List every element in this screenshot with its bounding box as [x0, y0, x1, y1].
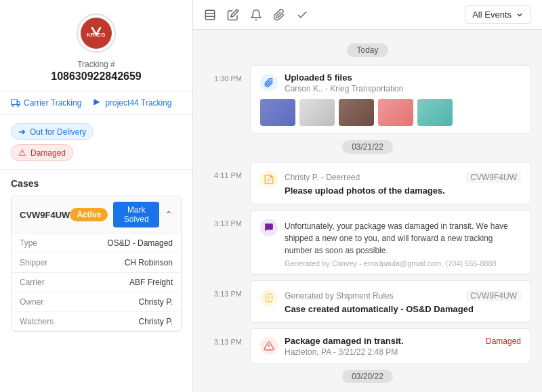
case-row-watchers: Watchers Christy P.	[12, 312, 181, 331]
mark-solved-button[interactable]: Mark Solved	[113, 202, 159, 227]
note1-content: Christy P. - Deerreed CVW9F4UW Please up…	[285, 169, 521, 197]
case-created-title: Case created automatically - OS&D Damage…	[285, 304, 521, 314]
toolbar: All Events	[193, 0, 542, 30]
feed-item-msg: 3:13 PM Unfortunately, your package was …	[204, 210, 531, 275]
delivery-badge: ➜ Out for Delivery	[11, 123, 93, 140]
feed-item-case-created: 3:13 PM Generated by Shipment Rules CVW9…	[204, 280, 531, 323]
flag-icon	[92, 98, 102, 108]
photo-thumb-1[interactable]	[260, 99, 295, 126]
time-313pm-3: 3:13 PM	[204, 328, 250, 364]
upload-content: Uploaded 5 files Carson K.. - Krieg Tran…	[285, 72, 521, 93]
case-actions: Active Mark Solved ⌃	[70, 202, 173, 227]
feed-card-case-created: Generated by Shipment Rules CVW9F4UW Cas…	[250, 280, 531, 323]
msg-content: Unfortunately, your package was damaged …	[285, 217, 521, 267]
svg-point-3	[12, 104, 14, 106]
damaged-content: Package damaged in transit. Damaged Hazl…	[285, 336, 521, 357]
tracking-number: 108630922842659	[51, 70, 141, 83]
event-feed: Today 1:30 PM Uploaded 5 files Carson K.…	[193, 30, 542, 392]
tracking-label: Tracking #	[77, 60, 115, 69]
case-header: CVW9F4UW Active Mark Solved ⌃	[12, 196, 181, 234]
status-badges: ➜ Out for Delivery ⚠ Damaged	[0, 115, 192, 170]
active-button[interactable]: Active	[70, 208, 108, 221]
damaged-sub: Hazleton, PA - 3/21/22 2:48 PM	[285, 347, 521, 357]
note1-icon	[260, 171, 278, 188]
case-row-type: Type OS&D - Damaged	[12, 234, 181, 253]
photo-row	[260, 99, 521, 126]
note1-header: Christy P. - Deerreed CVW9F4UW Please up…	[260, 169, 521, 197]
case-row-shipper: Shipper CH Robinson	[12, 253, 181, 273]
svg-rect-6	[205, 10, 215, 20]
case-created-meta: Generated by Shipment Rules CVW9F4UW	[285, 290, 521, 301]
case-created-header: Generated by Shipment Rules CVW9F4UW Cas…	[260, 288, 521, 315]
cases-section: Cases CVW9F4UW Active Mark Solved ⌃ Type…	[0, 170, 192, 340]
feed-item-upload: 1:30 PM Uploaded 5 files Carson K.. - Kr…	[204, 65, 531, 133]
photo-thumb-3[interactable]	[339, 99, 374, 126]
carrier-tracking-link[interactable]: Carrier Tracking	[11, 98, 81, 108]
delivery-icon: ➜	[18, 127, 26, 137]
feed-card-note1: Christy P. - Deerreed CVW9F4UW Please up…	[250, 162, 531, 204]
damaged-title: Package damaged in transit.	[285, 336, 404, 346]
svg-rect-2	[12, 100, 18, 105]
warning-icon: ⚠	[18, 148, 26, 158]
case-card: CVW9F4UW Active Mark Solved ⌃ Type OS&D …	[11, 196, 182, 332]
project44-tracking-link[interactable]: project44 Tracking	[92, 98, 171, 108]
note1-sub: Christy P. - Deerreed	[285, 173, 360, 182]
photo-thumb-2[interactable]	[299, 99, 335, 126]
right-panel: All Events Today 1:30 PM Uploaded 5 file…	[193, 0, 542, 392]
damaged-badge: ⚠ Damaged	[11, 144, 73, 161]
d2-separator: 03/20/22	[204, 370, 531, 383]
d2-pill: 03/20/22	[342, 370, 393, 383]
feed-card-msg: Unfortunately, your package was damaged …	[250, 210, 531, 275]
msg-header: Unfortunately, your package was damaged …	[260, 217, 521, 267]
chevron-down-icon	[516, 11, 524, 19]
msg-icon	[260, 219, 278, 236]
case-created-icon	[260, 289, 278, 307]
notes-icon[interactable]	[204, 9, 216, 21]
damaged-tag: Damaged	[486, 336, 521, 346]
feed-card-damaged: Package damaged in transit. Damaged Hazl…	[250, 328, 531, 364]
truck-icon	[11, 98, 20, 108]
msg-body: Unfortunately, your package was damaged …	[285, 220, 521, 257]
note1-title: Please upload photos of the damages.	[285, 186, 521, 196]
edit-icon[interactable]	[227, 9, 239, 21]
today-separator: Today	[204, 43, 531, 57]
filter-dropdown[interactable]: All Events	[465, 5, 531, 24]
upload-sub: Carson K.. - Krieg Transportation	[285, 84, 521, 93]
today-pill: Today	[347, 43, 388, 57]
case-row-owner: Owner Christy P.	[12, 292, 181, 312]
svg-rect-9	[267, 179, 271, 180]
attach-icon[interactable]	[273, 9, 285, 21]
alert-icon[interactable]	[250, 9, 262, 21]
note1-meta: Christy P. - Deerreed CVW9F4UW	[285, 172, 521, 183]
svg-rect-11	[266, 294, 272, 302]
case-row-carrier: Carrier ABF Freight	[12, 273, 181, 292]
upload-title: Uploaded 5 files	[285, 72, 521, 83]
case-id: CVW9F4UW	[20, 210, 70, 220]
svg-marker-5	[94, 99, 100, 105]
case-details: Type OS&D - Damaged Shipper CH Robinson …	[12, 234, 181, 331]
case-created-ref: CVW9F4UW	[466, 290, 521, 301]
filter-label: All Events	[472, 9, 512, 20]
d1-separator: 03/21/22	[204, 140, 531, 154]
chevron-up-icon[interactable]: ⌃	[165, 209, 173, 220]
tracking-links: Carrier Tracking project44 Tracking	[0, 91, 192, 115]
logo-icon: KRIEG	[81, 18, 112, 49]
damaged-row: Package damaged in transit. Damaged	[285, 336, 521, 346]
photo-thumb-5[interactable]	[417, 99, 453, 126]
msg-sender: Generated by Convey - emailpaula@gmail.c…	[285, 259, 521, 267]
toolbar-icons	[204, 9, 308, 21]
logo-area: KRIEG Tracking # 108630922842659	[0, 0, 192, 91]
check-icon[interactable]	[296, 9, 308, 21]
time-411pm: 4:11 PM	[204, 162, 250, 204]
photo-thumb-4[interactable]	[378, 99, 413, 126]
svg-rect-10	[267, 181, 270, 181]
left-panel: KRIEG Tracking # 108630922842659 Carrier…	[0, 0, 193, 392]
logo-circle: KRIEG	[77, 14, 116, 53]
krieg-logo-svg: KRIEG	[84, 21, 108, 45]
case-created-content: Generated by Shipment Rules CVW9F4UW Cas…	[285, 288, 521, 315]
time-130pm: 1:30 PM	[204, 65, 250, 133]
attach-feed-icon	[260, 74, 278, 91]
case-created-sub: Generated by Shipment Rules	[285, 291, 394, 301]
feed-card-upload: Uploaded 5 files Carson K.. - Krieg Tran…	[250, 65, 531, 133]
time-313pm-1: 3:13 PM	[204, 210, 250, 275]
